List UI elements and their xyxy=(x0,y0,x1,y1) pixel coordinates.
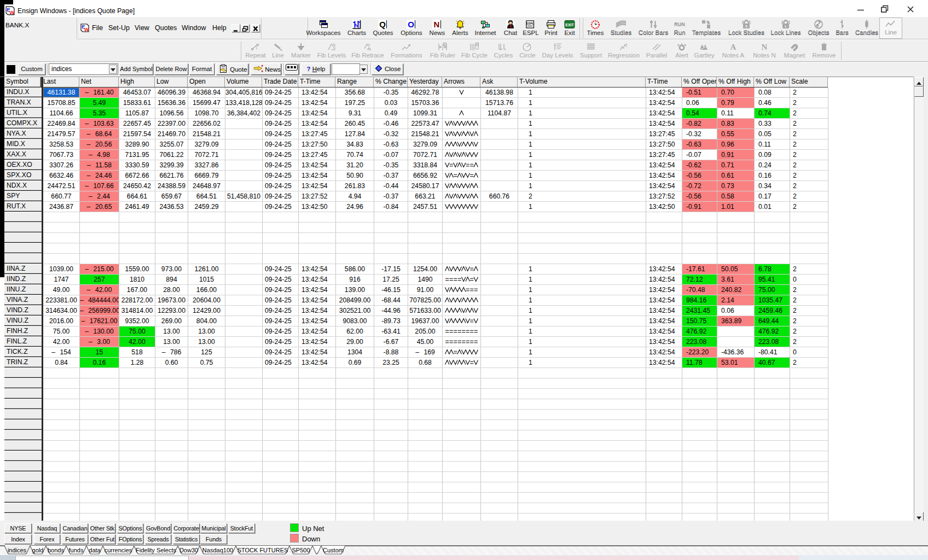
svg-text:W: W xyxy=(84,27,89,32)
svg-text:O: O xyxy=(408,20,414,29)
svg-text:F: F xyxy=(444,43,445,46)
svg-text:F: F xyxy=(476,43,478,46)
svg-text:A: A xyxy=(730,43,736,51)
svg-text:S: S xyxy=(745,25,747,28)
svg-text:currencies: currencies xyxy=(105,547,132,553)
svg-text:bonds: bonds xyxy=(48,547,64,553)
svg-text:L: L xyxy=(785,25,787,28)
svg-text:Dow30: Dow30 xyxy=(179,547,198,553)
svg-text:SP500: SP500 xyxy=(292,547,310,553)
svg-text:gold: gold xyxy=(32,547,44,553)
svg-text:W: W xyxy=(9,9,14,15)
svg-text:EXIT: EXIT xyxy=(565,23,574,27)
svg-text:indices: indices xyxy=(8,547,27,553)
svg-text:STOCK FUTURES: STOCK FUTURES xyxy=(237,547,288,553)
svg-text:Custom: Custom xyxy=(323,547,344,553)
svg-text:funds: funds xyxy=(69,547,84,553)
svg-text:N: N xyxy=(762,43,768,51)
svg-text:Fidelity Selects: Fidelity Selects xyxy=(136,547,176,553)
svg-text:N: N xyxy=(434,20,440,29)
svg-text:data: data xyxy=(89,547,101,553)
svg-text:Nasdaq100: Nasdaq100 xyxy=(202,547,233,553)
svg-text:Q: Q xyxy=(379,20,386,29)
